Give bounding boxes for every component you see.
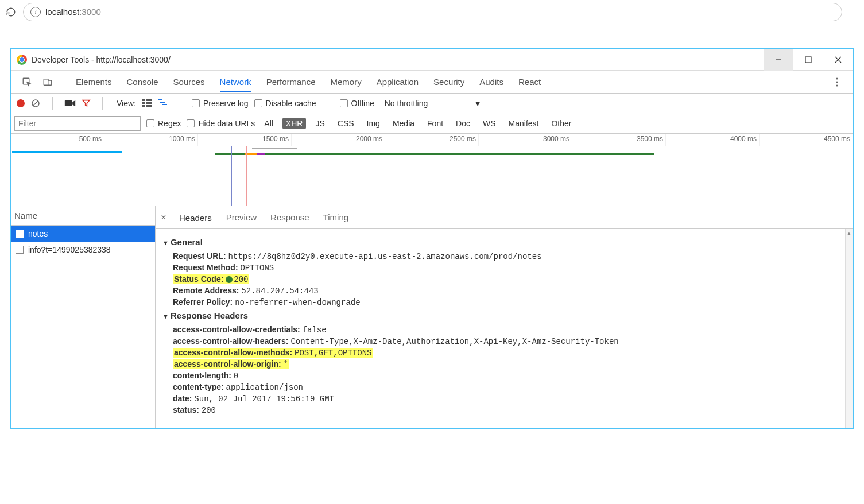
- timeline-bar: [245, 153, 257, 155]
- camera-icon[interactable]: [64, 99, 76, 107]
- details-tab-timing[interactable]: Timing: [316, 208, 355, 227]
- load-line: [246, 146, 247, 206]
- filter-type-media[interactable]: Media: [389, 118, 418, 129]
- timeline-tick: 2500 ms: [385, 134, 479, 146]
- request-row[interactable]: info?t=1499025382338: [11, 242, 155, 258]
- headers-content: ▲ General Request URL: https://8q8hz0d2y…: [156, 229, 853, 428]
- details-tab-response[interactable]: Response: [264, 208, 316, 227]
- svg-point-7: [836, 77, 838, 79]
- header-row: content-length: 0: [173, 371, 846, 381]
- svg-point-9: [836, 84, 838, 86]
- svg-rect-21: [162, 104, 167, 105]
- svg-rect-18: [146, 105, 152, 107]
- header-key: content-length:: [173, 371, 231, 380]
- url-host: localhost: [45, 7, 79, 17]
- header-key: content-type:: [173, 382, 224, 391]
- filter-type-other[interactable]: Other: [548, 118, 575, 129]
- scrollbar[interactable]: ▲: [845, 229, 853, 428]
- more-icon[interactable]: [830, 75, 844, 89]
- tab-security[interactable]: Security: [433, 72, 464, 92]
- filter-type-ws[interactable]: WS: [479, 118, 499, 129]
- clear-button[interactable]: [30, 98, 41, 108]
- name-panel: Name notesinfo?t=1499025382338: [11, 206, 156, 428]
- timeline-tick: 3500 ms: [572, 134, 666, 146]
- timeline[interactable]: 500 ms1000 ms1500 ms2000 ms2500 ms3000 m…: [11, 134, 853, 206]
- view-label: View:: [117, 99, 136, 108]
- tab-sources[interactable]: Sources: [173, 72, 205, 92]
- name-column-header[interactable]: Name: [11, 206, 155, 226]
- hide-data-urls-checkbox[interactable]: Hide data URLs: [187, 119, 255, 128]
- device-icon[interactable]: [41, 75, 55, 89]
- close-button[interactable]: [823, 49, 853, 71]
- status-dot-icon: [226, 276, 233, 283]
- general-section-header[interactable]: General: [162, 237, 846, 247]
- tab-audits[interactable]: Audits: [479, 72, 503, 92]
- tab-elements[interactable]: Elements: [76, 72, 112, 92]
- header-row: access-control-allow-origin: *: [173, 359, 846, 369]
- offline-checkbox[interactable]: Offline: [340, 99, 374, 108]
- scroll-up-icon[interactable]: ▲: [846, 230, 852, 237]
- svg-rect-15: [142, 102, 145, 104]
- header-row: Status Code: 200: [173, 274, 846, 284]
- disable-cache-checkbox[interactable]: Disable cache: [254, 99, 316, 108]
- large-rows-icon[interactable]: [142, 99, 152, 107]
- close-details-button[interactable]: ×: [156, 212, 172, 223]
- details-tab-headers[interactable]: Headers: [172, 208, 219, 228]
- regex-checkbox[interactable]: Regex: [146, 119, 181, 128]
- site-info-icon[interactable]: i: [30, 7, 41, 17]
- header-value: POST,GET,OPTIONS: [295, 348, 371, 358]
- filter-type-doc[interactable]: Doc: [452, 118, 474, 129]
- waterfall-icon[interactable]: [158, 99, 168, 107]
- tab-react[interactable]: React: [518, 72, 541, 92]
- filter-type-manifest[interactable]: Manifest: [505, 118, 543, 129]
- maximize-button[interactable]: [793, 49, 823, 71]
- minimize-button[interactable]: [764, 49, 793, 71]
- separator: [180, 97, 180, 110]
- filter-type-xhr[interactable]: XHR: [282, 118, 307, 129]
- tab-application[interactable]: Application: [377, 72, 419, 92]
- tab-memory[interactable]: Memory: [331, 72, 362, 92]
- request-name: notes: [28, 229, 48, 238]
- inspect-icon[interactable]: [20, 75, 34, 89]
- header-value: application/json: [226, 383, 303, 392]
- header-row: Remote Address: 52.84.207.54:443: [173, 286, 846, 296]
- address-bar[interactable]: i localhost:3000: [23, 3, 842, 21]
- header-key: Request Method:: [173, 263, 238, 272]
- timeline-tick: 4000 ms: [666, 134, 760, 146]
- header-row: content-type: application/json: [173, 382, 846, 392]
- filter-type-js[interactable]: JS: [312, 118, 328, 129]
- request-name: info?t=1499025382338: [28, 245, 111, 254]
- domcontentloaded-line: [231, 146, 232, 206]
- filter-funnel-icon[interactable]: [82, 99, 91, 108]
- filter-type-css[interactable]: CSS: [334, 118, 358, 129]
- request-row[interactable]: notes: [11, 226, 155, 242]
- preserve-log-checkbox[interactable]: Preserve log: [192, 99, 249, 108]
- filter-type-font[interactable]: Font: [424, 118, 447, 129]
- timeline-tick: 500 ms: [11, 134, 104, 146]
- header-key: Status Code:: [174, 274, 223, 284]
- header-row: Referrer Policy: no-referrer-when-downgr…: [173, 297, 846, 307]
- header-value: *: [284, 360, 288, 369]
- timeline-bar: [257, 153, 265, 155]
- separator: [64, 76, 64, 88]
- header-key: Request URL:: [173, 251, 226, 261]
- header-value: https://8q8hz0d2y0.execute-api.us-east-2…: [228, 252, 541, 261]
- tab-network[interactable]: Network: [220, 72, 251, 92]
- details-panel: × HeadersPreviewResponseTiming ▲ General…: [156, 206, 853, 428]
- tab-console[interactable]: Console: [127, 72, 158, 92]
- timeline-tick: 4500 ms: [760, 134, 853, 146]
- header-key: Remote Address:: [173, 286, 239, 295]
- filter-type-img[interactable]: Img: [363, 118, 383, 129]
- details-tab-preview[interactable]: Preview: [219, 208, 264, 227]
- record-button[interactable]: [17, 99, 25, 107]
- reload-icon[interactable]: [5, 6, 17, 18]
- response-headers-section-header[interactable]: Response Headers: [162, 311, 846, 320]
- filter-type-all[interactable]: All: [261, 118, 277, 129]
- header-key: date:: [173, 394, 192, 403]
- tab-performance[interactable]: Performance: [266, 72, 316, 92]
- throttling-dropdown[interactable]: No throttling ▼: [380, 98, 486, 109]
- separator: [824, 76, 824, 88]
- filter-input[interactable]: [14, 116, 141, 131]
- header-value: false: [303, 325, 327, 335]
- svg-rect-12: [65, 100, 72, 106]
